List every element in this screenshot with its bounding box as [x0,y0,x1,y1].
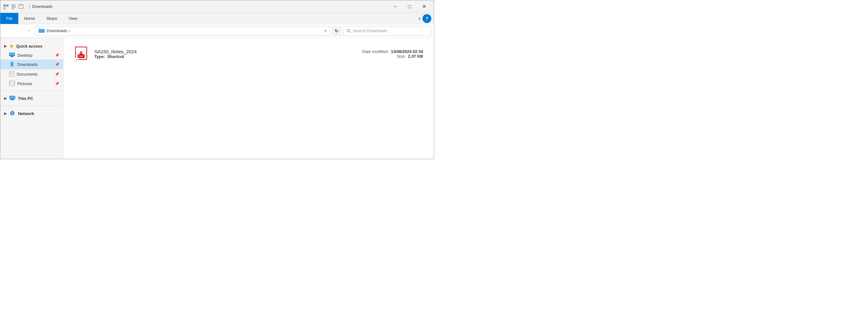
address-dropdown-button[interactable]: ∨ [324,29,327,33]
back-button[interactable]: ← [3,27,12,35]
ribbon-right: ∨ ? [418,14,434,23]
svg-line-14 [349,31,351,33]
close-button[interactable]: ✕ [417,0,431,13]
pictures-label: Pictures [18,81,32,86]
forward-button[interactable]: → [13,27,22,35]
this-pc-chevron: ▶ [4,97,7,101]
svg-rect-0 [3,4,6,7]
quick-access-chevron: ▶ [4,44,7,48]
svg-rect-30 [10,100,14,101]
title-bar-icons [3,3,24,10]
address-bar-text: Downloads > [47,28,70,33]
desktop-icon [9,52,15,58]
address-chevron: > [68,29,70,33]
file-name: SA150_Notes_2024 [94,49,357,54]
size-label: Size: [397,54,406,59]
ribbon: File Home Share View ∨ ? [0,13,434,24]
search-icon [346,29,351,33]
sidebar: ▶ ★ Quick access Desktop 📌 [0,37,63,159]
downloads-pin: 📌 [55,62,59,67]
size-row: Size: 2.37 KB [362,54,423,59]
search-placeholder: Search Downloads [353,28,387,33]
refresh-button[interactable]: ↻ [332,27,341,35]
sidebar-item-desktop[interactable]: Desktop 📌 [0,51,63,60]
svg-rect-1 [6,4,8,7]
svg-rect-4 [11,6,16,6]
minimize-button[interactable]: − [388,0,402,13]
date-label: Date modified: [362,49,389,54]
address-bar-row: ← → ↑ Downloads > ∨ ↻ Search Downloads [0,24,434,37]
svg-rect-16 [9,53,14,56]
pictures-icon [9,81,15,87]
network-label: Network [18,111,34,116]
network-chevron: ▶ [4,112,7,116]
downloads-icon [9,61,15,68]
tab-view[interactable]: View [63,13,83,24]
date-modified-row: Date modified: 13/08/2024 02:34 [362,49,423,54]
main-content: ▶ ★ Quick access Desktop 📌 [0,37,434,159]
up-button[interactable]: ↑ [24,27,33,35]
ribbon-chevron[interactable]: ∨ [418,16,421,21]
svg-rect-28 [10,96,15,99]
quick-access-star-icon: ★ [9,43,13,49]
desktop-label: Desktop [18,53,32,58]
svg-rect-8 [20,4,21,5]
svg-rect-5 [11,7,16,7]
file-area: A PDF ↗ SA150_Notes_2024 Type: Shortcut … [63,37,434,159]
quick-access-label: Quick access [16,44,42,48]
file-meta-sa150: Date modified: 13/08/2024 02:34 Size: 2.… [362,49,423,59]
address-folder-icon [38,28,45,34]
tab-home[interactable]: Home [18,13,41,24]
svg-rect-22 [10,72,13,73]
file-icon-sa150: A PDF ↗ [74,46,89,62]
sidebar-network[interactable]: ▶ Network [0,109,63,118]
size-value: 2.37 KB [408,54,423,59]
sidebar-this-pc[interactable]: ▶ This PC [0,94,63,103]
file-type: Type: Shortcut [94,54,357,59]
sidebar-item-pictures[interactable]: Pictures 📌 [0,79,63,88]
qat-icon-3[interactable] [18,3,24,10]
file-item-sa150[interactable]: A PDF ↗ SA150_Notes_2024 Type: Shortcut … [71,44,426,64]
qat-icon-2[interactable] [10,3,17,10]
date-value: 13/08/2024 02:34 [391,49,423,54]
maximize-button[interactable]: □ [402,0,417,13]
type-label: Type: [94,54,105,59]
svg-rect-24 [10,74,12,75]
svg-rect-7 [19,5,23,8]
documents-icon [9,71,14,77]
svg-rect-6 [11,8,14,9]
address-bar[interactable]: Downloads > ∨ [35,26,330,36]
file-info-sa150: SA150_Notes_2024 Type: Shortcut [94,49,357,59]
svg-rect-12 [38,28,41,30]
title-bar: | Downloads − □ ✕ [0,0,434,13]
this-pc-icon [9,96,16,102]
network-icon [9,111,16,117]
type-value: Shortcut [107,54,124,59]
tab-file[interactable]: File [0,13,18,24]
tab-share[interactable]: Share [41,13,63,24]
title-bar-separator: | [29,3,30,10]
downloads-label: Downloads [18,62,37,67]
svg-rect-2 [3,7,6,9]
sidebar-divider-2 [0,106,63,106]
pictures-pin: 📌 [55,82,59,86]
svg-rect-9 [22,4,22,5]
search-bar[interactable]: Search Downloads [343,26,431,36]
sidebar-item-downloads[interactable]: Downloads 📌 [0,60,63,69]
svg-rect-23 [10,73,13,74]
window-controls: − □ ✕ [388,0,431,13]
sidebar-divider-1 [0,91,63,91]
sidebar-quick-access[interactable]: ▶ ★ Quick access [0,41,63,51]
this-pc-label: This PC [18,96,33,101]
svg-rect-29 [11,99,13,100]
svg-rect-20 [10,66,14,66]
documents-label: Documents [17,72,37,77]
qat-icon-1[interactable] [3,3,9,10]
sidebar-item-documents[interactable]: Documents 📌 [0,69,63,79]
svg-rect-3 [11,4,16,5]
ribbon-help-button[interactable]: ? [423,14,431,23]
title-bar-title: Downloads [32,4,388,9]
svg-rect-18 [10,57,13,57]
documents-pin: 📌 [55,72,59,76]
svg-rect-17 [11,56,13,57]
